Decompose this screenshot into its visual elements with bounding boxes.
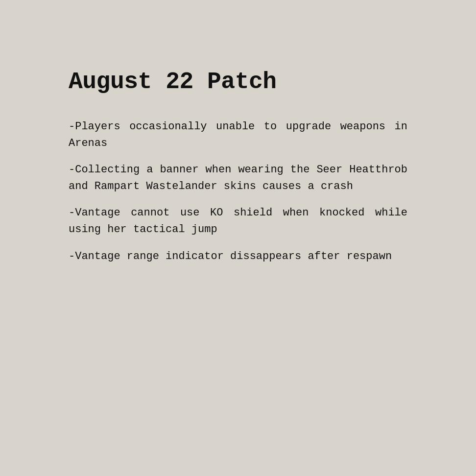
patch-item-2: -Collecting a banner when wearing the Se…	[69, 162, 407, 195]
patch-item-1: -Players occasionally unable to upgrade …	[69, 119, 407, 152]
page-title: August 22 Patch	[69, 69, 407, 95]
patch-item-3: -Vantage cannot use KO shield when knock…	[69, 205, 407, 238]
page-container: August 22 Patch -Players occasionally un…	[0, 0, 476, 476]
patch-notes-list: -Players occasionally unable to upgrade …	[69, 119, 407, 275]
patch-item-4: -Vantage range indicator dissappears aft…	[69, 248, 407, 265]
